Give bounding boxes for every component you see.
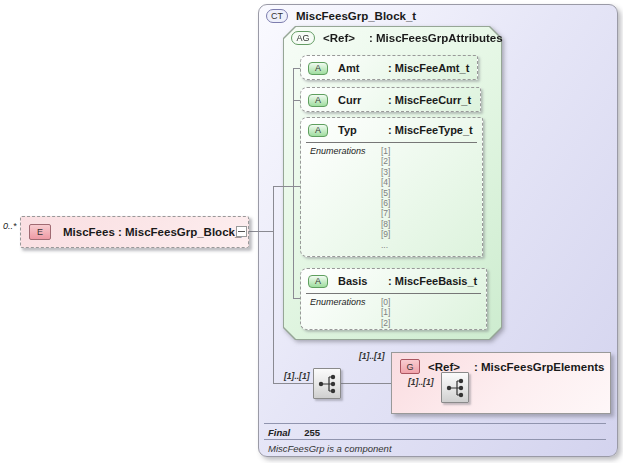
enumerations-label: Enumerations [310, 297, 381, 328]
divider [264, 439, 606, 440]
enumerations-label: Enumerations [310, 146, 381, 250]
group-type: : MiscFeesGrpElements [474, 361, 604, 373]
connector-line [293, 68, 294, 299]
attribute-typ[interactable]: A Typ : MiscFeeType_t Enumerations [1] [… [300, 117, 483, 257]
sequence-icon[interactable] [441, 372, 469, 403]
attribute-basis[interactable]: A Basis : MiscFeeBasis_t Enumerations [0… [300, 268, 487, 330]
enumeration-values: [1] [2] [3] [4] [5] [6] [7] [8] [9] ... [381, 146, 390, 250]
attribute-name: Curr [338, 94, 388, 106]
final-label: Final [268, 427, 290, 438]
connector-line [273, 186, 274, 383]
sequence-cardinality: [1]..[1] [284, 371, 310, 381]
attribute-type: : MiscFeeBasis_t [388, 275, 477, 287]
group-cardinality: [1]..[1] [359, 351, 385, 361]
attribute-curr[interactable]: A Curr : MiscFeeCurr_t [300, 87, 481, 112]
connector-line [273, 383, 313, 384]
element-badge-icon: E [29, 224, 51, 240]
divider [264, 423, 606, 424]
element-miscfees[interactable]: E MiscFees : MiscFeesGrp_Block_t [20, 216, 249, 248]
attribute-group-ref: <Ref> [323, 32, 369, 44]
complex-type-header: CT MiscFeesGrp_Block_t [266, 9, 416, 23]
group-inner-cardinality: [1]..[1] [408, 377, 434, 387]
attribute-amt[interactable]: A Amt : MiscFeeAmt_t [300, 55, 478, 80]
ct-badge-icon: CT [266, 9, 288, 23]
element-label: MiscFees : MiscFeesGrp_Block_t [63, 226, 245, 238]
ag-badge-icon: AG [291, 31, 315, 45]
attribute-badge-icon: A [308, 124, 328, 137]
attribute-type: : MiscFeeCurr_t [388, 94, 471, 106]
complex-type-title: MiscFeesGrp_Block_t [296, 10, 416, 22]
attribute-badge-icon: A [308, 62, 328, 75]
connector-line [341, 383, 391, 384]
group-badge-icon: G [400, 359, 420, 374]
sequence-icon[interactable] [313, 368, 341, 399]
attribute-name: Amt [338, 62, 388, 74]
attribute-type: : MiscFeeType_t [388, 124, 473, 136]
connector-line [247, 231, 273, 232]
attribute-badge-icon: A [308, 275, 328, 288]
attribute-type: : MiscFeeAmt_t [388, 62, 469, 74]
attribute-group-type: : MiscFeesGrpAttributes [369, 32, 503, 44]
xsd-schema-diagram: CT MiscFeesGrp_Block_t AG <Ref> : MiscFe… [0, 0, 623, 463]
group-ref: <Ref> [428, 361, 474, 373]
attribute-name: Basis [338, 275, 388, 287]
enumeration-values: [0] [1] [2] [381, 297, 390, 328]
connector-line [273, 186, 301, 187]
final-row: Final 255 [268, 427, 320, 438]
attribute-badge-icon: A [308, 94, 328, 107]
attribute-group-header: AG <Ref> : MiscFeesGrpAttributes [291, 31, 491, 45]
component-annotation: MiscFeesGrp is a component [268, 443, 392, 454]
final-value: 255 [304, 427, 320, 438]
element-cardinality: 0..* [3, 221, 17, 231]
attribute-name: Typ [338, 124, 388, 136]
collapse-handle-icon[interactable] [236, 226, 247, 237]
